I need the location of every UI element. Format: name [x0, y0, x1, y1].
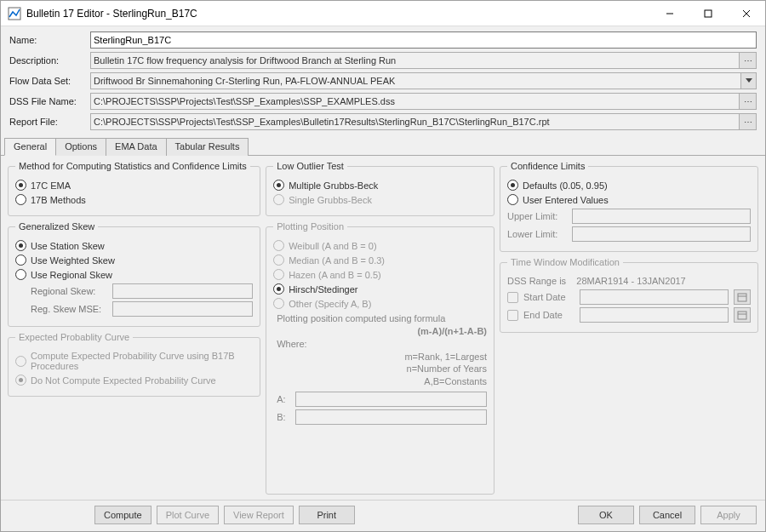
- radio-user-limits[interactable]: [507, 194, 518, 205]
- svg-rect-2: [705, 10, 712, 17]
- calendar-icon: [737, 292, 747, 302]
- apply-button[interactable]: Apply: [700, 506, 757, 524]
- start-date-checkbox[interactable]: [507, 292, 518, 303]
- plotting-position-legend: Plotting Position: [273, 221, 347, 232]
- radio-hirsch-stedinger[interactable]: [273, 283, 284, 295]
- report-file-label: Report File:: [9, 117, 90, 127]
- ok-button[interactable]: OK: [578, 506, 634, 524]
- expected-prob-group: Expected Probablity Curve Compute Expect…: [8, 332, 260, 397]
- start-date-calendar-button[interactable]: [734, 289, 751, 305]
- report-file-browse-button[interactable]: ⋯: [740, 113, 757, 130]
- radio-weibull-label: Weibull (A and B = 0): [289, 241, 376, 251]
- reg-skew-mse-label: Reg. Skew MSE:: [31, 304, 107, 314]
- end-date-calendar-button[interactable]: [734, 307, 751, 323]
- titlebar: Bulletin 17 Editor - SterlingRun_B17C: [1, 1, 765, 26]
- radio-regional-skew[interactable]: [15, 269, 26, 280]
- outlier-legend: Low Outlier Test: [273, 161, 347, 171]
- skew-group: Generalized Skew Use Station Skew Use We…: [8, 221, 260, 327]
- chevron-down-icon: [746, 78, 752, 83]
- tab-ema-data[interactable]: EMA Data: [106, 138, 167, 156]
- lower-limit-label: Lower Limit:: [507, 229, 567, 239]
- svg-rect-6: [738, 294, 746, 301]
- radio-17b-methods[interactable]: [15, 194, 26, 205]
- description-ellipsis-button[interactable]: ⋯: [740, 52, 757, 69]
- view-report-button[interactable]: View Report: [224, 506, 294, 524]
- plotting-position-group: Plotting Position Weibull (A and B = 0) …: [266, 221, 494, 495]
- radio-weibull: [273, 240, 284, 251]
- ellipsis-icon: ⋯: [744, 56, 752, 66]
- flow-dataset-combo[interactable]: [90, 72, 741, 89]
- formula-line-m: m=Rank, 1=Largest: [277, 351, 487, 363]
- regional-skew-input: [112, 283, 253, 299]
- method-legend: Method for Computing Statistics and Conf…: [15, 161, 250, 171]
- ellipsis-icon: ⋯: [744, 117, 752, 127]
- svg-rect-8: [738, 312, 746, 319]
- radio-regional-skew-label: Use Regional Skew: [31, 270, 112, 280]
- button-bar: Compute Plot Curve View Report Print OK …: [1, 500, 765, 531]
- compute-button[interactable]: Compute: [94, 506, 151, 524]
- end-date-checkbox[interactable]: [507, 310, 518, 321]
- radio-single-grubbs-beck-label: Single Grubbs-Beck: [289, 195, 372, 205]
- minimize-button[interactable]: [650, 1, 689, 26]
- header-form: Name: Description: ⋯ Flow Data Set:: [1, 26, 765, 135]
- report-file-input[interactable]: [90, 113, 740, 130]
- app-window: Bulletin 17 Editor - SterlingRun_B17C Na…: [0, 0, 766, 532]
- formula-intro: Plotting position computed using formula: [277, 312, 487, 325]
- svg-marker-5: [746, 78, 752, 83]
- plot-curve-button[interactable]: Plot Curve: [157, 506, 219, 524]
- radio-17c-ema[interactable]: [15, 180, 26, 191]
- radio-hazen-label: Hazen (A and B = 0.5): [289, 270, 381, 280]
- tab-general[interactable]: General: [4, 138, 56, 156]
- b-label: B:: [277, 412, 290, 422]
- method-group: Method for Computing Statistics and Conf…: [8, 161, 260, 216]
- radio-compute-expected: [15, 356, 26, 367]
- radio-hirsch-stedinger-label: Hirsch/Stedinger: [289, 284, 357, 295]
- lower-limit-input: [572, 226, 751, 242]
- dss-range-value: 28MAR1914 - 13JAN2017: [576, 276, 685, 286]
- radio-donot-compute-expected-label: Do Not Compute Expected Probability Curv…: [31, 375, 216, 386]
- formula-line-ab: A,B=Constants: [277, 375, 487, 388]
- flow-dataset-label: Flow Data Set:: [9, 76, 90, 86]
- a-input: [295, 392, 487, 407]
- confidence-limits-group: Confidence Limits Defaults (0.05, 0.95) …: [500, 161, 758, 252]
- tab-tabular-results[interactable]: Tabular Results: [166, 138, 249, 156]
- tab-options[interactable]: Options: [55, 138, 106, 156]
- end-date-label: End Date: [523, 310, 574, 320]
- radio-single-grubbs-beck: [273, 194, 284, 205]
- b-input: [295, 409, 487, 425]
- ellipsis-icon: ⋯: [744, 97, 752, 106]
- radio-multiple-grubbs-beck[interactable]: [273, 180, 284, 191]
- dss-file-input[interactable]: [90, 93, 740, 110]
- cancel-button[interactable]: Cancel: [639, 506, 695, 524]
- radio-compute-expected-label: Compute Expected Probability Curve using…: [31, 351, 253, 371]
- upper-limit-label: Upper Limit:: [507, 211, 567, 221]
- a-label: A:: [277, 394, 290, 404]
- confidence-limits-legend: Confidence Limits: [507, 161, 588, 171]
- radio-station-skew-label: Use Station Skew: [31, 241, 105, 251]
- radio-17b-methods-label: 17B Methods: [31, 195, 86, 205]
- window-controls: [650, 1, 765, 26]
- regional-skew-label: Regional Skew:: [31, 286, 107, 296]
- time-window-legend: Time Window Modification: [507, 257, 623, 267]
- maximize-button[interactable]: [689, 1, 727, 26]
- radio-median-label: Median (A and B = 0.3): [289, 255, 385, 266]
- close-button[interactable]: [727, 1, 765, 26]
- dss-file-browse-button[interactable]: ⋯: [740, 93, 757, 110]
- tab-bar: General Options EMA Data Tabular Results: [1, 137, 765, 156]
- expected-prob-legend: Expected Probablity Curve: [15, 332, 133, 342]
- name-input[interactable]: [90, 31, 757, 49]
- description-input[interactable]: [90, 52, 740, 69]
- dss-file-label: DSS File Name:: [9, 96, 90, 106]
- flow-dataset-dropdown-button[interactable]: [741, 72, 757, 89]
- radio-station-skew[interactable]: [15, 240, 26, 251]
- formula-line-n: n=Number of Years: [277, 363, 487, 375]
- radio-weighted-skew[interactable]: [15, 255, 26, 266]
- radio-median: [273, 255, 284, 266]
- where-label: Where:: [277, 338, 487, 351]
- description-label: Description:: [9, 55, 90, 66]
- radio-17c-ema-label: 17C EMA: [31, 180, 71, 191]
- radio-defaults-limits[interactable]: [507, 180, 518, 191]
- radio-other-ab: [273, 298, 284, 309]
- app-icon: [8, 7, 21, 20]
- print-button[interactable]: Print: [299, 506, 355, 524]
